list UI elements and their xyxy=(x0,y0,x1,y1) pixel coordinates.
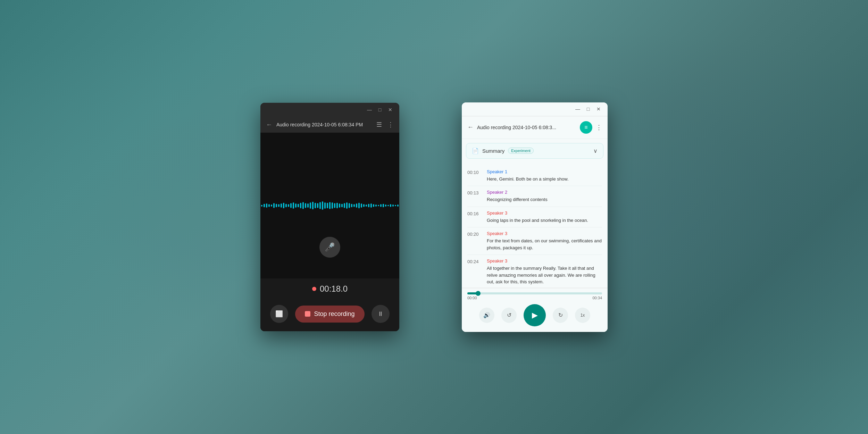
entry-text: For the text from dates, on our swimming… xyxy=(487,237,602,251)
stop-recording-button[interactable]: Stop recording xyxy=(295,306,364,323)
entry-content: Speaker 3 All together in the summary Re… xyxy=(487,258,602,285)
waveform-bar xyxy=(315,203,316,208)
transcript-close-button[interactable]: ✕ xyxy=(595,106,602,112)
waveform-bar xyxy=(351,204,352,207)
transcript-maximize-button[interactable]: □ xyxy=(585,106,592,112)
entry-content: Speaker 2 Recognizing different contents xyxy=(487,190,602,203)
waveform-bar xyxy=(307,203,309,208)
transcript-list: 00:10 Speaker 1 Here, Gemini. Both be on… xyxy=(462,163,608,288)
waveform-bar xyxy=(353,204,355,207)
chevron-down-icon[interactable]: ∨ xyxy=(593,148,598,154)
waveform-bar xyxy=(264,204,265,207)
summary-section[interactable]: 📄 Summary Experiment ∨ xyxy=(466,143,603,159)
waveform-bar xyxy=(366,205,367,207)
stop-recording-label: Stop recording xyxy=(314,310,354,318)
transcript-header: ← Audio recording 2024-10-05 6:08:3... ≡… xyxy=(462,116,608,139)
transcript-more-icon[interactable]: ⋮ xyxy=(596,124,602,131)
transcript-entry: 00:10 Speaker 1 Here, Gemini. Both be on… xyxy=(467,166,602,186)
maximize-button[interactable]: □ xyxy=(376,106,383,113)
waveform-bar xyxy=(268,204,270,207)
waveform-bar xyxy=(334,203,335,208)
close-button[interactable]: ✕ xyxy=(387,106,394,113)
recording-window: — □ ✕ ← Audio recording 2024-10-05 6:08:… xyxy=(260,103,399,331)
waveform-bar xyxy=(278,204,279,207)
waveform-bar xyxy=(349,203,350,208)
waveform-bar xyxy=(378,205,379,206)
timer-display: 00:18.0 xyxy=(320,284,348,294)
waveform-bar xyxy=(383,204,384,207)
entry-text: All together in the summary Really. Take… xyxy=(487,265,602,285)
entry-text: Going laps in the pool and snorkeling in… xyxy=(487,217,602,224)
waveform-bar xyxy=(358,203,360,208)
waveform-bar xyxy=(276,204,277,207)
entry-text: Here, Gemini. Both be on a simple show. xyxy=(487,176,602,183)
transcript-entry: 00:13 Speaker 2 Recognizing different co… xyxy=(467,186,602,207)
waveform-bar xyxy=(261,205,262,207)
waveform-bar xyxy=(312,202,314,209)
waveform-bar xyxy=(344,203,345,208)
transcript-entry: 00:16 Speaker 3 Going laps in the pool a… xyxy=(467,207,602,228)
volume-icon: 🔊 xyxy=(483,312,490,318)
entry-timestamp: 00:20 xyxy=(467,231,481,251)
waveform-bar xyxy=(385,205,386,207)
entry-content: Speaker 3 Going laps in the pool and sno… xyxy=(487,210,602,224)
play-button[interactable]: ▶ xyxy=(524,304,546,326)
summary-icon-label: ≡ xyxy=(584,124,587,131)
waveform-bar xyxy=(356,203,357,208)
transcript-entry: 00:24 Speaker 3 All together in the summ… xyxy=(467,255,602,288)
delete-button[interactable]: ⬜ xyxy=(270,305,288,323)
play-icon: ▶ xyxy=(532,311,538,320)
waveform-bar xyxy=(285,204,287,207)
waveform-bar xyxy=(387,205,389,206)
waveform-bar xyxy=(336,203,338,208)
waveform-bar xyxy=(341,204,343,207)
pause-button[interactable]: ⏸ xyxy=(372,305,390,323)
entry-timestamp: 00:10 xyxy=(467,169,481,183)
waveform-bar xyxy=(363,204,365,207)
waveform-bar xyxy=(298,204,299,207)
waveform-bar xyxy=(290,203,292,208)
minimize-button[interactable]: — xyxy=(366,106,373,113)
speaker-label: Speaker 3 xyxy=(487,258,602,264)
delete-icon: ⬜ xyxy=(275,310,283,318)
more-options-icon[interactable]: ⋮ xyxy=(387,121,394,128)
waveform-bar xyxy=(395,205,396,206)
transcript-title: Audio recording 2024-10-05 6:08:3... xyxy=(477,125,576,130)
speaker-label: Speaker 2 xyxy=(487,190,602,195)
entry-timestamp: 00:24 xyxy=(467,258,481,285)
transcript-title-bar: — □ ✕ xyxy=(462,102,608,116)
waveform-bar xyxy=(368,204,369,207)
rewind-button[interactable]: ↺ xyxy=(501,308,517,323)
entry-content: Speaker 1 Here, Gemini. Both be on a sim… xyxy=(487,169,602,183)
transcript-back-button[interactable]: ← xyxy=(467,124,474,131)
player-controls: 🔊 ↺ ▶ ↻ 1x xyxy=(467,304,602,329)
waveform-bar xyxy=(380,204,382,207)
controls-section: ⬜ Stop recording ⏸ xyxy=(260,299,399,331)
player-section: 00:00 00:34 🔊 ↺ ▶ ↻ 1x xyxy=(462,288,608,332)
entry-timestamp: 00:16 xyxy=(467,210,481,224)
mic-button[interactable]: 🎤 xyxy=(319,237,340,258)
progress-bar[interactable] xyxy=(467,292,602,294)
forward-icon: ↻ xyxy=(558,312,563,318)
summary-view-button[interactable]: ≡ xyxy=(580,121,592,134)
waveform-bar xyxy=(392,205,394,207)
back-button[interactable]: ← xyxy=(266,121,272,128)
waveform-bar xyxy=(361,203,362,208)
waveform-bar xyxy=(373,204,374,207)
forward-button[interactable]: ↻ xyxy=(553,308,568,323)
menu-icon[interactable]: ☰ xyxy=(376,121,382,128)
recording-header: ← Audio recording 2024-10-05 6:08:34 PM … xyxy=(260,117,399,133)
waveform-bar xyxy=(302,202,304,209)
waveform-bar xyxy=(339,203,340,208)
waveform-bar xyxy=(305,203,306,208)
speed-button[interactable]: 1x xyxy=(575,308,590,323)
pause-icon: ⏸ xyxy=(377,310,384,318)
recording-title-bar: — □ ✕ xyxy=(260,103,399,117)
waveform-bar xyxy=(271,205,272,207)
speaker-label: Speaker 3 xyxy=(487,210,602,216)
transcript-entry: 00:20 Speaker 3 For the text from dates,… xyxy=(467,227,602,255)
volume-button[interactable]: 🔊 xyxy=(479,308,494,323)
transcript-minimize-button[interactable]: — xyxy=(574,106,581,112)
rewind-icon: ↺ xyxy=(507,312,511,318)
waveform-bar xyxy=(327,203,328,208)
